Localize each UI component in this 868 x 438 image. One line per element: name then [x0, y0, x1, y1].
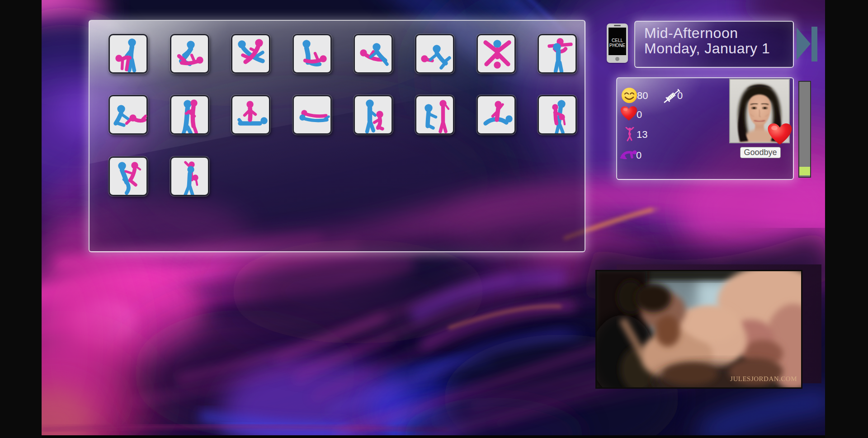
svg-text:JULESJORDAN.COM: JULESJORDAN.COM [730, 375, 797, 382]
